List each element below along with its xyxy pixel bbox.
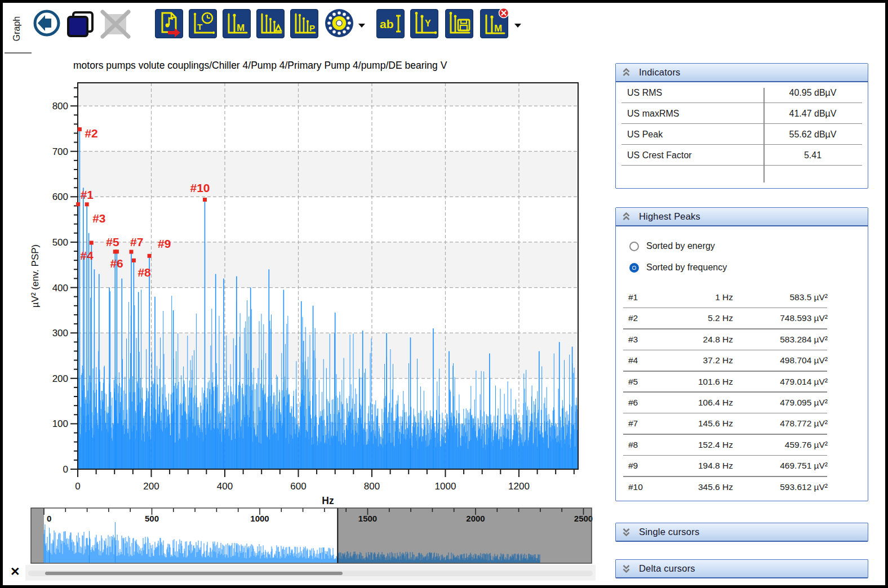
x-tick-label: 1200 xyxy=(508,481,530,492)
radio-button-frequency[interactable] xyxy=(629,263,639,273)
peak-marker[interactable] xyxy=(76,202,80,206)
expand-down-icon xyxy=(622,564,631,573)
delete-markers-button[interactable]: M xyxy=(480,9,508,38)
single-cursors-header[interactable]: Single cursors xyxy=(615,523,868,542)
tab-graph[interactable]: Graph xyxy=(7,7,27,52)
y-tick-label: 100 xyxy=(52,418,68,429)
save-graph-button[interactable] xyxy=(445,9,473,38)
x-tick-label: 800 xyxy=(364,481,380,492)
export-wave-icon xyxy=(156,10,183,38)
y-tick-label: 0 xyxy=(63,464,68,475)
svg-text:Y: Y xyxy=(425,19,431,28)
indicator-row: US Peak55.62 dBµV xyxy=(616,124,868,145)
single-cursors-title: Single cursors xyxy=(639,527,699,537)
marker-icon: M xyxy=(223,10,250,38)
time-window-button[interactable]: T xyxy=(189,9,217,38)
indicators-title: Indicators xyxy=(639,67,681,78)
peak-marker[interactable] xyxy=(203,198,207,202)
overview-tick-label: 500 xyxy=(145,514,159,523)
copy-button[interactable] xyxy=(65,10,94,39)
tab-underline xyxy=(5,52,32,54)
peak-label: #7 xyxy=(130,235,143,248)
peak-marker[interactable] xyxy=(85,202,89,206)
peak-label: #3 xyxy=(92,212,105,225)
peak-label: #4 xyxy=(80,249,94,262)
radio-sorted-by-frequency[interactable]: Sorted by frequency xyxy=(629,259,868,276)
x-tick-label: 400 xyxy=(217,481,233,492)
highest-peaks-header[interactable]: Highest Peaks xyxy=(616,208,868,226)
overview-strip[interactable]: 05001000150020002500 xyxy=(6,503,609,571)
marker-button[interactable]: M xyxy=(223,9,251,38)
peak-row: #10345.6 Hz593.612 µV² xyxy=(616,477,868,498)
collapse-up-icon xyxy=(622,212,631,221)
peak-label: #9 xyxy=(158,237,171,250)
peak-marker[interactable] xyxy=(148,254,152,258)
bearing-dropdown-arrow[interactable] xyxy=(358,24,365,28)
back-arrow-icon xyxy=(33,8,61,38)
harmonics-delta-button[interactable] xyxy=(256,9,285,38)
peak-row: #324.8 Hz583.284 µV² xyxy=(616,329,868,350)
expand-down-icon xyxy=(622,527,631,537)
svg-text:P: P xyxy=(309,23,315,33)
peak-label: #10 xyxy=(190,181,210,194)
delete-button-disabled xyxy=(100,10,128,39)
indicators-header[interactable]: Indicators xyxy=(616,64,868,82)
peak-marker[interactable] xyxy=(78,127,82,131)
svg-text:ab: ab xyxy=(380,17,394,30)
peak-label: #1 xyxy=(81,188,94,201)
peak-row: #5101.6 Hz479.014 µV² xyxy=(616,372,868,393)
export-wave-button[interactable] xyxy=(155,9,183,38)
delete-disabled-icon xyxy=(100,10,131,39)
peak-marker[interactable] xyxy=(132,259,136,262)
peak-row: #8152.4 Hz459.76 µV² xyxy=(616,435,868,456)
peak-label: #8 xyxy=(137,266,151,279)
overview-tick-label: 1500 xyxy=(358,514,377,523)
radio-sorted-by-energy[interactable]: Sorted by energy xyxy=(629,238,868,255)
delete-markers-dropdown-arrow[interactable] xyxy=(514,24,521,28)
y-tick-label: 500 xyxy=(52,237,68,248)
back-button[interactable] xyxy=(33,8,61,38)
overview-tick-label: 2000 xyxy=(466,514,485,523)
horizontal-scrollbar[interactable] xyxy=(28,571,593,576)
bearing-frequencies-button[interactable] xyxy=(324,8,352,37)
y-tick-label: 800 xyxy=(52,101,68,112)
spectrum-chart[interactable]: 0100200300400500600700800020040060080010… xyxy=(6,56,609,504)
peak-marker[interactable] xyxy=(129,250,133,254)
x-tick-label: 600 xyxy=(290,481,306,492)
delete-markers-icon: M xyxy=(481,10,509,39)
delta-cursors-title: Delta cursors xyxy=(639,563,695,574)
annotation-icon: ab xyxy=(377,10,404,38)
indicators-panel: Indicators US RMS40.95 dBµVUS maxRMS41.4… xyxy=(615,63,868,189)
peak-marker[interactable] xyxy=(115,250,119,253)
svg-text:M: M xyxy=(494,23,502,34)
y-tick-label: 200 xyxy=(52,373,68,384)
svg-text:T: T xyxy=(197,22,202,32)
indicators-table: US RMS40.95 dBµVUS maxRMS41.47 dBµVUS Pe… xyxy=(616,82,868,188)
indicator-row: US Crest Factor5.41 xyxy=(616,145,868,166)
tab-graph-label: Graph xyxy=(12,6,22,51)
delta-cursors-header[interactable]: Delta cursors xyxy=(615,559,868,578)
peak-marker[interactable] xyxy=(90,240,94,244)
overview-close-button[interactable]: ✕ xyxy=(10,564,20,579)
peak-row: #25.2 Hz748.593 µV² xyxy=(616,308,868,329)
peak-row: #11 Hz583.5 µV² xyxy=(616,287,868,308)
overview-tick-label: 1000 xyxy=(250,514,269,523)
y-scale-button[interactable]: Y xyxy=(410,9,438,38)
peak-label: #2 xyxy=(85,127,97,140)
peak-row: #7145.6 Hz478.772 µV² xyxy=(616,413,868,434)
annotation-button[interactable]: ab xyxy=(376,9,405,38)
collapse-up-icon xyxy=(622,68,631,77)
y-tick-label: 700 xyxy=(52,146,68,157)
peaks-table: #11 Hz583.5 µV²#25.2 Hz748.593 µV²#324.8… xyxy=(616,287,868,498)
highest-peaks-title: Highest Peaks xyxy=(639,211,700,222)
indicator-row: US RMS40.95 dBµV xyxy=(616,82,868,103)
copy-icon xyxy=(65,10,96,39)
y-tick-label: 600 xyxy=(52,191,68,202)
scrollbar-thumb[interactable] xyxy=(45,572,343,575)
indicator-row: US maxRMS41.47 dBµV xyxy=(616,103,868,124)
radio-frequency-label: Sorted by frequency xyxy=(646,262,727,273)
harmonics-peaks-button[interactable]: P xyxy=(290,9,318,38)
overview-tick-label: 0 xyxy=(47,514,51,523)
radio-button-energy[interactable] xyxy=(629,242,639,251)
highest-peaks-panel: Highest Peaks Sorted by energy Sorted by… xyxy=(615,207,868,501)
